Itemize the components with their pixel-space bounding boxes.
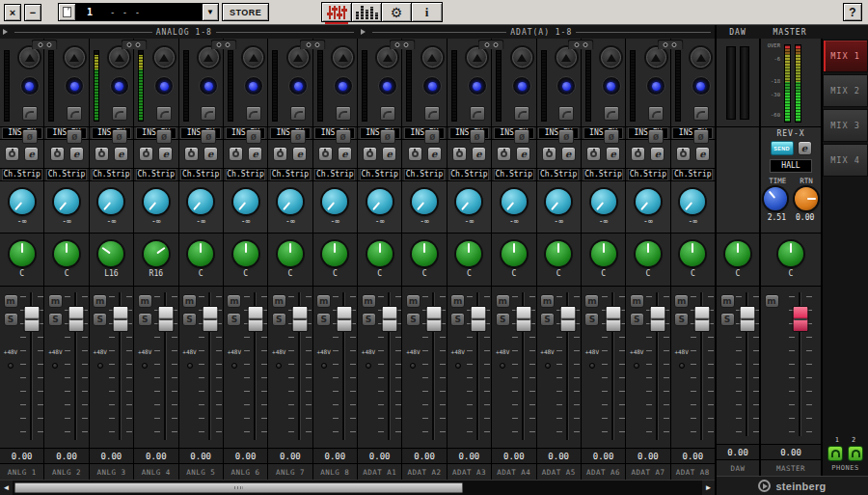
solo-button[interactable]: s: [362, 313, 376, 326]
fx-power-button[interactable]: [5, 147, 19, 161]
channel-fader[interactable]: [155, 290, 176, 442]
pan-knob[interactable]: [322, 241, 347, 266]
solo-button[interactable]: s: [540, 313, 555, 326]
stereo-link-button[interactable]: [389, 40, 415, 49]
revx-return-knob[interactable]: [795, 187, 818, 210]
phones-2-button[interactable]: [848, 446, 863, 461]
mute-button[interactable]: m: [450, 294, 465, 308]
reverb-send-knob[interactable]: [680, 189, 705, 214]
pan-knob[interactable]: [680, 241, 705, 266]
mute-button[interactable]: m: [540, 294, 555, 308]
fader-cap[interactable]: [605, 306, 621, 332]
fx-power-button[interactable]: [408, 147, 422, 161]
phase-button[interactable]: ø: [246, 129, 261, 144]
daw-mute-button[interactable]: m: [720, 294, 735, 308]
pan-knob[interactable]: [188, 241, 213, 266]
help-button[interactable]: ?: [843, 3, 862, 21]
pan-knob[interactable]: [636, 241, 661, 266]
channel-fader[interactable]: [513, 290, 533, 442]
fx-edit-button[interactable]: e: [203, 147, 218, 161]
reverb-send-knob[interactable]: [10, 189, 35, 214]
stereo-link-button[interactable]: [300, 40, 326, 49]
channel-fader[interactable]: [289, 290, 310, 442]
mute-button[interactable]: m: [584, 294, 599, 308]
fx-edit-button[interactable]: e: [427, 147, 442, 161]
pan-knob[interactable]: [367, 241, 393, 266]
input-gain-up-button[interactable]: [601, 47, 621, 68]
input-gain-up-button[interactable]: [691, 47, 711, 68]
reverb-send-knob[interactable]: [456, 189, 481, 214]
input-gain-up-button[interactable]: [109, 47, 129, 68]
fx-power-button[interactable]: [229, 147, 243, 161]
phase-button[interactable]: ø: [290, 129, 306, 144]
minimize-button[interactable]: −: [24, 4, 41, 21]
master-mute-button[interactable]: m: [765, 294, 779, 308]
daw-solo-button[interactable]: s: [720, 313, 735, 326]
fx-power-button[interactable]: [363, 147, 377, 161]
fx-power-button[interactable]: [273, 147, 287, 161]
fx-power-button[interactable]: [497, 147, 511, 161]
fx-edit-button[interactable]: e: [561, 147, 576, 161]
hpf-button[interactable]: [470, 106, 485, 121]
input-gain-up-button[interactable]: [512, 47, 532, 68]
pan-knob[interactable]: [591, 241, 616, 266]
fx-edit-button[interactable]: e: [516, 147, 530, 161]
fx-edit-button[interactable]: e: [158, 147, 173, 161]
revx-time-knob[interactable]: [764, 187, 787, 210]
fader-cap[interactable]: [113, 306, 129, 332]
fader-cap[interactable]: [23, 306, 40, 332]
fx-power-button[interactable]: [676, 147, 691, 161]
channel-fader[interactable]: [692, 290, 713, 442]
tab-mix-1[interactable]: MIX 1: [823, 40, 868, 72]
phase-button[interactable]: ø: [604, 129, 619, 144]
tab-mix-4[interactable]: MIX 4: [823, 144, 868, 177]
reverb-send-knob[interactable]: [278, 189, 303, 214]
input-gain-up-button[interactable]: [556, 47, 577, 68]
phase-button[interactable]: ø: [112, 129, 127, 144]
hpf-button[interactable]: [112, 106, 127, 121]
fader-cap[interactable]: [560, 306, 577, 332]
preset-file-button[interactable]: [59, 4, 75, 20]
scroll-left-arrow[interactable]: ◄: [0, 481, 13, 495]
phase-button[interactable]: ø: [380, 129, 395, 144]
stereo-link-button[interactable]: [32, 40, 58, 49]
hpf-button[interactable]: [201, 106, 216, 121]
hpf-button[interactable]: [336, 106, 351, 121]
pan-knob[interactable]: [412, 241, 437, 266]
phase-button[interactable]: ø: [648, 129, 664, 144]
daw-fader[interactable]: [738, 290, 757, 438]
fx-edit-button[interactable]: e: [248, 147, 262, 161]
scrollbar-track[interactable]: [13, 481, 702, 495]
input-gain-up-button[interactable]: [154, 47, 175, 68]
fx-edit-button[interactable]: e: [695, 147, 710, 161]
phase-button[interactable]: ø: [201, 129, 216, 144]
pan-knob[interactable]: [546, 241, 571, 266]
reverb-send-knob[interactable]: [54, 189, 79, 214]
channel-fader[interactable]: [111, 290, 131, 442]
fader-cap[interactable]: [157, 306, 174, 332]
fx-power-button[interactable]: [542, 147, 556, 161]
pan-knob[interactable]: [233, 241, 258, 266]
solo-button[interactable]: s: [4, 313, 18, 326]
scrollbar-thumb[interactable]: [14, 482, 463, 493]
pan-knob[interactable]: [456, 241, 481, 266]
channel-fader[interactable]: [201, 290, 221, 442]
reverb-send-knob[interactable]: [591, 189, 616, 214]
fx-edit-button[interactable]: e: [292, 147, 307, 161]
close-button[interactable]: ×: [4, 4, 21, 21]
phase-button[interactable]: ø: [336, 129, 351, 144]
mute-button[interactable]: m: [496, 294, 510, 308]
revx-send-button[interactable]: SEND: [771, 141, 794, 155]
solo-button[interactable]: s: [227, 313, 241, 326]
fx-edit-button[interactable]: e: [472, 147, 486, 161]
hpf-button[interactable]: [156, 106, 172, 121]
hpf-button[interactable]: [558, 106, 574, 121]
collapse-arrow-icon[interactable]: [3, 29, 8, 35]
solo-button[interactable]: s: [630, 313, 644, 326]
mute-button[interactable]: m: [48, 294, 63, 308]
fader-cap[interactable]: [337, 306, 353, 332]
settings-view-button[interactable]: ⚙: [382, 3, 412, 21]
input-gain-up-button[interactable]: [333, 47, 353, 68]
fx-power-button[interactable]: [184, 147, 199, 161]
mute-button[interactable]: m: [182, 294, 197, 308]
